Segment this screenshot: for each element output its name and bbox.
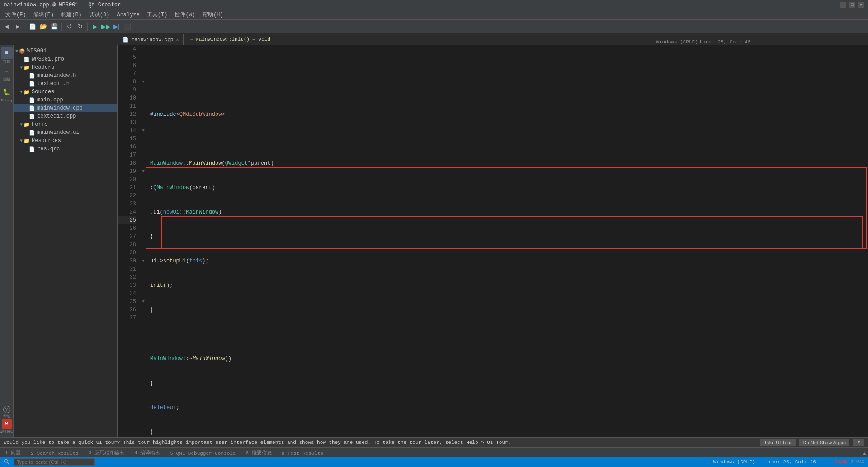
menu-file[interactable]: 文件(F) [2, 10, 30, 19]
fold-29 [140, 249, 146, 257]
tree-headers-label: Headers [32, 64, 54, 71]
toolbar-save[interactable]: 💾 [49, 22, 59, 32]
tree-file-mainwindow-h[interactable]: 📄 mainwindow.h [14, 71, 117, 80]
fold-17 [140, 151, 146, 159]
maximize-button[interactable]: □ [849, 2, 855, 8]
code-editor[interactable]: 4 5 6 7 8 9 10 11 12 13 14 15 16 17 18 1… [118, 45, 868, 437]
tour-bar: Would you like to take a quick UI tour? … [0, 437, 868, 447]
tab-close-icon[interactable]: ✕ [176, 37, 179, 43]
breadcrumb-text: MainWindow::init() → void [196, 37, 270, 42]
fold-37 [140, 314, 146, 322]
take-tour-button[interactable]: Take UI Tour [760, 439, 796, 446]
toolbar-redo[interactable]: ↻ [75, 22, 85, 32]
tab-compile-output[interactable]: 4 编译输出 [129, 448, 165, 457]
sidebar-group-debug[interactable]: 🐛 Debug [0, 86, 14, 102]
tree-file-res-qrc[interactable]: 📄 res.qrc [14, 145, 117, 153]
menu-edit[interactable]: 编辑(E) [30, 10, 58, 19]
code-line-6: MainWindow::MainWindow(QWidget *parent) [150, 159, 864, 167]
tab-mainwindow-cpp[interactable]: 📄 mainwindow.cpp ✕ [118, 34, 184, 45]
status-left [4, 458, 95, 466]
code-line-10: ui->setupUi(this); [150, 257, 864, 265]
menu-analyze[interactable]: Analyze [113, 11, 143, 19]
toolbar-back[interactable]: ◄ [2, 22, 12, 32]
minimize-button[interactable]: — [840, 2, 846, 8]
ln-35: 35 [118, 298, 136, 306]
tree-project-root[interactable]: ▼ 📦 WPS001 [14, 47, 117, 55]
tree-folder-headers[interactable]: ▼ 📁 Headers [14, 63, 117, 71]
menu-tools[interactable]: 工具(T) [143, 10, 171, 19]
fold-15 [140, 135, 146, 143]
toolbar-run[interactable]: ▶▶ [101, 22, 111, 32]
tree-file-main-cpp[interactable]: 📄 main.cpp [14, 96, 117, 104]
menu-build[interactable]: 构建(B) [57, 10, 85, 19]
tab-search-results[interactable]: 2 Search Results [26, 449, 84, 457]
sidebar-group-help[interactable]: ? 帮助 [0, 406, 14, 419]
menu-debug[interactable]: 调试(D) [85, 10, 113, 19]
code-line-16: delete ui; [150, 404, 864, 412]
toolbar-sep1 [25, 23, 25, 31]
locate-input[interactable] [14, 458, 95, 466]
tab-qml-debugger[interactable]: 5 QML Debugger Console [165, 449, 241, 457]
code-lines[interactable]: #include <QMdiSubWindow> MainWindow::Mai… [146, 45, 868, 437]
fold-5 [140, 53, 146, 62]
tab-test-results[interactable]: 8 Test Results [277, 449, 328, 457]
tree-project-name: WPS001 [27, 48, 47, 54]
sidebar-group-wps[interactable]: W WPS001 [0, 419, 14, 434]
bottom-panel-collapse[interactable]: ▲ [863, 451, 866, 457]
fold-19[interactable]: ▼ [140, 167, 146, 176]
fold-21 [140, 184, 146, 192]
fold-28 [140, 241, 146, 249]
tree-file-mainwindow-ui[interactable]: 📄 mainwindow.ui [14, 129, 117, 137]
toolbar-forward[interactable]: ► [13, 22, 23, 32]
ln-22: 22 [118, 192, 136, 200]
toolbar-open[interactable]: 📂 [38, 22, 48, 32]
ln-8: 8 [118, 78, 136, 86]
ln-7: 7 [118, 70, 136, 78]
fold-35[interactable]: ▼ [140, 298, 146, 306]
toolbar-new[interactable]: 📄 [28, 22, 38, 32]
tree-file-textedit-cpp[interactable]: 📄 textedit.cpp [14, 112, 117, 120]
toolbar-build[interactable]: ▶ [90, 22, 100, 32]
debug-label: Debug [1, 98, 12, 102]
line-numbers: 4 5 6 7 8 9 10 11 12 13 14 15 16 17 18 1… [118, 45, 140, 437]
file-tree: ▼ 📦 WPS001 📄 WPS001.pro ▼ 📁 Headers 📄 ma… [14, 45, 118, 437]
tree-file-mainwindow-cpp[interactable]: 📄 mainwindow.cpp [14, 104, 117, 112]
toolbar-undo[interactable]: ↺ [64, 22, 74, 32]
tree-file-pro[interactable]: 📄 WPS001.pro [14, 55, 117, 63]
tab-app-output[interactable]: 3 应用程序输出 [84, 448, 129, 457]
help-icon: ? [3, 406, 10, 413]
titlebar-title: mainwindow.cpp @ WPS001 - Qt Creator [4, 2, 121, 8]
ln-25: 25 [118, 216, 136, 224]
code-line-14: MainWindow::~MainWindow() [150, 355, 864, 363]
fold-7 [140, 70, 146, 78]
toolbar-debug-run[interactable]: ▶| [112, 22, 122, 32]
fold-24 [140, 208, 146, 216]
sidebar-group-project[interactable]: ≡ 项目 [0, 47, 14, 64]
debug-icon: 🐛 [1, 86, 13, 98]
search-icon [4, 459, 10, 465]
tree-mainwindow-h-name: mainwindow.h [37, 72, 76, 79]
tree-folder-sources[interactable]: ▼ 📁 Sources [14, 88, 117, 96]
close-button[interactable]: ✕ [858, 2, 864, 8]
sidebar-group-edit[interactable]: ✏ 编辑 [0, 65, 14, 82]
ln-11: 11 [118, 102, 136, 110]
tree-file-textedit-h[interactable]: 📄 textedit.h [14, 80, 117, 88]
do-not-show-button[interactable]: Do Not Show Again [799, 439, 849, 446]
tour-close-button[interactable]: ✕ [853, 439, 864, 446]
toolbar-stop[interactable]: ⬛ [123, 22, 132, 32]
menu-controls[interactable]: 控件(W) [171, 10, 199, 19]
statusbar: Windows (CRLF) | Line: 25, Col: 46 | CSD… [0, 457, 868, 467]
fold-14[interactable]: ▼ [140, 127, 146, 135]
project-icon: ≡ [1, 47, 13, 59]
tree-folder-forms[interactable]: ▼ 📁 Forms [14, 120, 117, 129]
menu-help[interactable]: 帮助(H) [199, 10, 227, 19]
ln-14: 14 [118, 127, 136, 135]
tree-mainwindow-ui-name: mainwindow.ui [37, 129, 80, 136]
tab-overview[interactable]: 6 概要信息 [241, 448, 276, 457]
tree-folder-resources[interactable]: ▼ 📁 Resources [14, 137, 117, 145]
fold-8[interactable]: ▼ [140, 78, 146, 86]
tab-problems[interactable]: 1 问题 [0, 448, 26, 457]
code-line-7: : QMainWindow(parent) [150, 184, 864, 192]
fold-30[interactable]: ▼ [140, 257, 146, 265]
tree-res-qrc-name: res.qrc [37, 146, 60, 152]
